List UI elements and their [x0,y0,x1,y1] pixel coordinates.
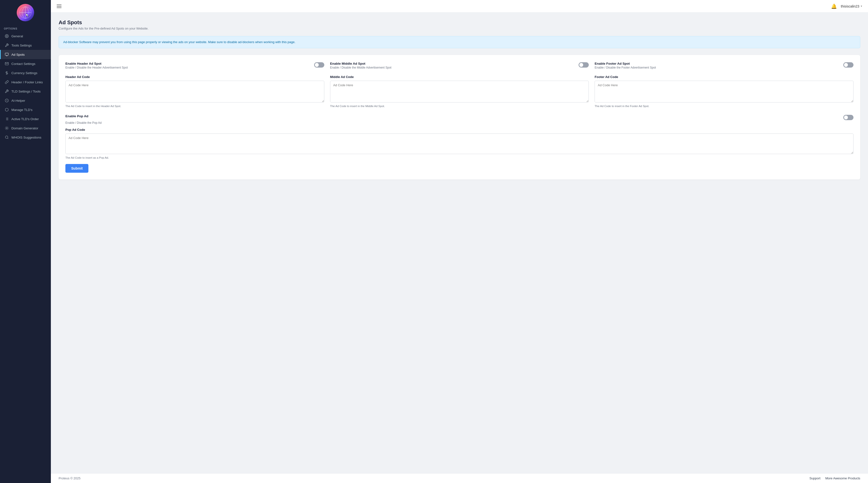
toggle-item-middle: Enable Middle Ad Spot Enable / Disable t… [330,62,589,69]
main-area: 🔔 thisiscalin23 ▾ Ad Spots Configure the… [51,0,868,483]
svg-marker-4 [26,13,28,17]
sidebar-item-label: Tools Settings [11,43,32,47]
svg-rect-6 [5,53,8,55]
ad-code-grid: Header Ad Code The Ad Code to insert in … [65,75,854,108]
pop-ad-code-input[interactable] [65,133,854,154]
form-card: Enable Header Ad Spot Enable / Disable t… [59,55,860,180]
ad-code-item-header: Header Ad Code The Ad Code to insert in … [65,75,324,108]
page-title: Ad Spots [59,19,860,26]
sidebar-item-contact-settings[interactable]: Contact Settings [0,59,51,68]
chevron-down-icon: ▾ [861,5,862,8]
toggle-label-middle: Enable Middle Ad Spot [330,62,576,65]
pop-ad-info: Enable Pop Ad [65,114,88,118]
toggle-desc-middle: Enable / Disable the Middle Advertisemen… [330,66,576,69]
toggle-switch-footer[interactable] [843,62,854,68]
wrench-icon [5,43,9,48]
sidebar-item-active-tlds-order[interactable]: Active TLD's Order [0,114,51,124]
toggle-label-header: Enable Header Ad Spot [65,62,311,65]
toggle-desc-footer: Enable / Disable the Footer Advertisemen… [595,66,840,69]
sidebar-item-ai-helper[interactable]: AI-Helper [0,96,51,105]
ad-code-label-header: Header Ad Code [65,75,324,79]
toggle-item-footer: Enable Footer Ad Spot Enable / Disable t… [595,62,854,69]
toggle-track-pop-ad [843,115,854,120]
svg-point-18 [5,136,8,139]
manage-icon [5,108,9,112]
toggle-switch-middle[interactable] [579,62,589,68]
ai-icon [5,98,9,103]
page-footer: Proteus © 2025 Support More Awesome Prod… [51,473,868,483]
footer-link-awesome-products[interactable]: More Awesome Products [826,477,860,480]
tool-icon [5,89,9,93]
username: thisiscalin23 [841,4,859,8]
mail-icon [5,62,9,66]
pop-ad-desc: Enable / Disable the Pop Ad [65,121,854,124]
page-subtitle: Configure the Ads for the Pre-defined Ad… [59,27,860,30]
topbar-right: 🔔 thisiscalin23 ▾ [831,3,862,9]
sidebar-item-label: WHOIS Suggestions [11,135,41,139]
sidebar-item-label: Header / Footer Links [11,81,43,84]
svg-line-19 [7,138,8,139]
sidebar-item-general[interactable]: General [0,31,51,41]
sidebar-item-label: Currency Settings [11,71,37,75]
toggle-desc-header: Enable / Disable the Header Advertisemen… [65,66,311,69]
settings-icon [5,34,9,38]
monitor-icon [5,52,9,57]
topbar: 🔔 thisiscalin23 ▾ [51,0,868,12]
page-content: Ad Spots Configure the Ads for the Pre-d… [51,12,868,473]
sidebar-item-manage-tlds[interactable]: Manage TLD's [0,105,51,114]
topbar-left [57,5,62,8]
sidebar-item-domain-generator[interactable]: Domain Generator [0,124,51,133]
hamburger-menu[interactable] [57,5,62,8]
sidebar-logo [0,0,51,23]
footer-link-support[interactable]: Support [809,477,820,480]
ad-code-hint-header: The Ad Code to insert in the Header Ad S… [65,104,324,108]
svg-point-5 [6,36,7,37]
toggle-info-header: Enable Header Ad Spot Enable / Disable t… [65,62,311,69]
svg-point-17 [6,128,7,129]
toggle-switch-pop-ad[interactable] [843,115,854,120]
pop-ad-code-label: Pop Ad Code [65,128,854,131]
ad-code-item-middle: Middle Ad Code The Ad Code to insert in … [330,75,589,108]
middle-ad-code-input[interactable] [330,81,589,102]
header-ad-code-input[interactable] [65,81,324,102]
link-icon [5,80,9,84]
app-logo [17,4,34,21]
footer-ad-code-input[interactable] [595,81,854,102]
pop-ad-label: Enable Pop Ad [65,114,88,118]
sidebar-item-tools-settings[interactable]: Tools Settings [0,41,51,50]
user-menu[interactable]: thisiscalin23 ▾ [841,4,862,8]
sidebar-item-label: Manage TLD's [11,108,32,112]
sidebar-item-currency-settings[interactable]: Currency Settings [0,68,51,78]
sidebar-item-tld-settings-tools[interactable]: TLD Settings / Tools [0,87,51,96]
toggle-track-footer [843,62,854,68]
ad-code-item-footer: Footer Ad Code The Ad Code to insert in … [595,75,854,108]
toggle-track-header [314,62,324,68]
ad-code-hint-footer: The Ad Code to insert in the Footer Ad S… [595,104,854,108]
sidebar-item-label: Ad Spots [11,53,25,56]
toggle-switch-header[interactable] [314,62,324,68]
toggle-item-header: Enable Header Ad Spot Enable / Disable t… [65,62,324,69]
sidebar-item-header-footer-links[interactable]: Header / Footer Links [0,78,51,87]
pop-ad-section: Enable Pop Ad Enable / Disable the Pop A… [65,114,854,159]
notification-bell[interactable]: 🔔 [831,3,837,9]
dollar-icon [5,71,9,75]
sidebar-item-whois-suggestions[interactable]: WHOIS Suggestions [0,133,51,142]
sidebar-section-label: Options [0,23,51,31]
alert-adblocker: Ad-blocker Software may prevent you from… [59,36,860,48]
order-icon [5,117,9,121]
toggle-track-middle [579,62,589,68]
sidebar-item-label: Contact Settings [11,62,35,66]
submit-button[interactable]: Submit [65,164,88,173]
generator-icon [5,126,9,130]
pop-ad-header: Enable Pop Ad [65,114,854,120]
sidebar-item-label: Active TLD's Order [11,117,39,121]
sidebar-item-label: Domain Generator [11,126,38,130]
toggle-grid: Enable Header Ad Spot Enable / Disable t… [65,62,854,69]
sidebar-item-label: General [11,34,23,38]
footer-links: Support More Awesome Products [809,477,860,480]
sidebar-item-label: TLD Settings / Tools [11,90,41,93]
sidebar-item-ad-spots[interactable]: Ad Spots [0,50,51,59]
toggle-info-middle: Enable Middle Ad Spot Enable / Disable t… [330,62,576,69]
ad-code-label-footer: Footer Ad Code [595,75,854,79]
ad-code-hint-middle: The Ad Code to insert in the Middle Ad S… [330,104,589,108]
